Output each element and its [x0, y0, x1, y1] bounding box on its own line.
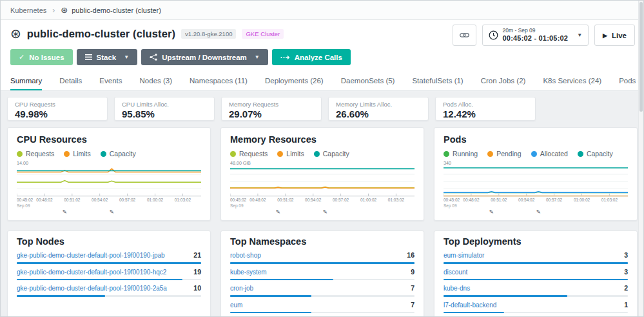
breadcrumb-current[interactable]: ⊛ public-demo-cluster (cluster)	[61, 5, 161, 15]
stack-button[interactable]: Stack ▼	[77, 49, 138, 65]
breadcrumb-root-link[interactable]: Kubernetes	[10, 6, 46, 14]
list-item-link[interactable]: robot-shop	[230, 252, 268, 260]
list-item-link[interactable]: kube-dns	[444, 285, 476, 292]
svg-text:48.00 GiB: 48.00 GiB	[230, 160, 251, 166]
svg-text:00:57:02: 00:57:02	[333, 198, 349, 202]
legend-entry[interactable]: Limits	[64, 150, 90, 158]
copy-link-button[interactable]	[453, 25, 476, 46]
list-item-value: 7	[411, 301, 415, 309]
vertical-scrollbar[interactable]	[638, 1, 643, 316]
tab[interactable]: Events	[99, 72, 122, 90]
chart-legend: Requests Limits Capacity	[17, 150, 201, 158]
legend-entry[interactable]: Pending	[487, 150, 522, 158]
branch-icon	[150, 54, 157, 61]
tab[interactable]: K8s Services (24)	[543, 72, 601, 90]
upstream-downstream-button[interactable]: Upstream / Downstream ▼	[141, 49, 268, 65]
svg-text:00:45:02: 00:45:02	[17, 198, 34, 202]
metric-line-chart[interactable]: 34000:45:0200:48:0200:51:0200:54:0200:57…	[444, 159, 628, 215]
legend-label: Capacity	[323, 150, 349, 158]
list-title: Top Namespaces	[230, 236, 415, 247]
svg-text:✎: ✎	[110, 209, 114, 215]
legend-label: Requests	[239, 150, 268, 158]
list-item: kube-system 9	[230, 268, 415, 281]
svg-text:01:03:02: 01:03:02	[388, 198, 405, 202]
analyze-calls-button[interactable]: Analyze Calls	[272, 49, 351, 65]
tab[interactable]: Nodes (3)	[140, 72, 173, 90]
legend-entry[interactable]: Running	[444, 150, 478, 158]
legend-entry[interactable]: Limits	[277, 150, 304, 158]
chart-title: Memory Resources	[230, 134, 415, 145]
tab[interactable]: Namespaces (11)	[190, 72, 248, 90]
list-items: robot-shop 16 kube-system	[230, 251, 415, 317]
time-range-summary: 20m - Sep 09	[503, 28, 569, 34]
list-item-row: kube-system 9	[230, 268, 415, 276]
list-item-link[interactable]: gke-public-demo-cluster-default-pool-19f…	[17, 285, 173, 292]
tab[interactable]: Deployments (26)	[265, 72, 324, 90]
svg-text:00:51:02: 00:51:02	[277, 198, 294, 202]
legend-entry[interactable]: Capacity	[314, 150, 349, 158]
svg-text:00:54:02: 00:54:02	[92, 198, 108, 202]
list-item-link[interactable]: discount	[444, 269, 474, 276]
time-range-text: 20m - Sep 09 00:45:02 - 01:05:02	[503, 28, 569, 42]
time-range-picker[interactable]: 20m - Sep 09 00:45:02 - 01:05:02 ▼	[482, 25, 589, 46]
list-item-row: kube-dns 2	[444, 284, 628, 292]
no-issues-button[interactable]: ✓ No Issues	[10, 49, 73, 65]
tab[interactable]: Cron Jobs (2)	[481, 72, 526, 90]
list-item-link[interactable]: gke-public-demo-cluster-default-pool-19f…	[17, 252, 171, 260]
list-item-link[interactable]: kube-system	[230, 269, 273, 276]
bar-fill	[444, 279, 628, 281]
metric-line-chart[interactable]: 14.0000:45:0200:48:0200:51:0200:54:0200:…	[17, 159, 201, 215]
list-item-link[interactable]: gke-public-demo-cluster-default-pool-19f…	[17, 269, 173, 276]
legend-dot-icon	[314, 151, 320, 157]
list-item: gke-public-demo-cluster-default-pool-19f…	[17, 284, 201, 297]
list-item-row: gke-public-demo-cluster-default-pool-19f…	[17, 284, 201, 292]
bar-track	[230, 279, 415, 281]
list-item-row: gke-public-demo-cluster-default-pool-19f…	[17, 251, 201, 260]
list-item-link[interactable]: cron-job	[230, 285, 260, 292]
header-controls: 20m - Sep 09 00:45:02 - 01:05:02 ▼ ▶ Liv…	[453, 25, 636, 46]
tab[interactable]: StatefulSets (1)	[412, 72, 463, 90]
live-button[interactable]: ▶ Live	[594, 25, 635, 46]
tab[interactable]: Summary	[10, 72, 42, 90]
legend-dot-icon	[64, 151, 70, 157]
stack-icon	[85, 54, 92, 60]
metric-label: Memory Limits Alloc.	[336, 101, 421, 108]
svg-text:01:00:02: 01:00:02	[574, 198, 590, 202]
legend-entry[interactable]: Capacity	[101, 150, 136, 158]
analyze-calls-label: Analyze Calls	[295, 54, 342, 61]
checkmark-icon: ✓	[19, 53, 24, 61]
tabs-bar: Summary Details Events Nodes (3) Namespa…	[1, 72, 643, 91]
legend-entry[interactable]: Requests	[230, 150, 268, 158]
svg-text:00:51:02: 00:51:02	[64, 198, 81, 202]
metric-line-chart[interactable]: 48.00 GiB00:45:0200:48:0200:51:0200:54:0…	[230, 159, 415, 215]
metric-card: CPU Limits Alloc. 95.85%	[114, 97, 215, 121]
list-title: Top Deployments	[444, 236, 628, 247]
list-item-link[interactable]: l7-default-backend	[444, 302, 503, 309]
legend-entry[interactable]: Requests	[17, 150, 54, 158]
tab[interactable]: DaemonSets (5)	[341, 72, 395, 90]
metric-label: CPU Requests	[15, 101, 100, 108]
metric-label: CPU Limits Alloc.	[122, 101, 207, 108]
chart-title: CPU Resources	[17, 134, 201, 145]
legend-dot-icon	[578, 151, 583, 157]
list-item: gke-public-demo-cluster-default-pool-19f…	[17, 251, 201, 264]
legend-entry[interactable]: Allocated	[531, 150, 568, 158]
bar-track	[17, 262, 201, 264]
bar-track	[17, 295, 201, 297]
bar-fill	[17, 262, 201, 264]
bar-fill	[444, 262, 628, 264]
scrollbar-thumb[interactable]	[639, 2, 643, 112]
list-title: Top Nodes	[17, 236, 201, 247]
tab[interactable]: Details	[59, 72, 82, 90]
svg-text:✎: ✎	[536, 209, 541, 215]
chart-title: Pods	[444, 134, 628, 145]
list-item-link[interactable]: eum	[230, 302, 249, 309]
list-item-link[interactable]: eum-simulator	[444, 252, 491, 260]
legend-dot-icon	[487, 151, 493, 157]
bar-fill	[230, 295, 311, 297]
bar-fill	[230, 279, 333, 281]
kubernetes-cluster-dashboard: Kubernetes › ⊛ public-demo-cluster (clus…	[0, 0, 644, 317]
legend-entry[interactable]: Capacity	[578, 150, 613, 158]
svg-text:00:54:02: 00:54:02	[305, 198, 322, 202]
svg-text:01:03:02: 01:03:02	[601, 198, 618, 202]
